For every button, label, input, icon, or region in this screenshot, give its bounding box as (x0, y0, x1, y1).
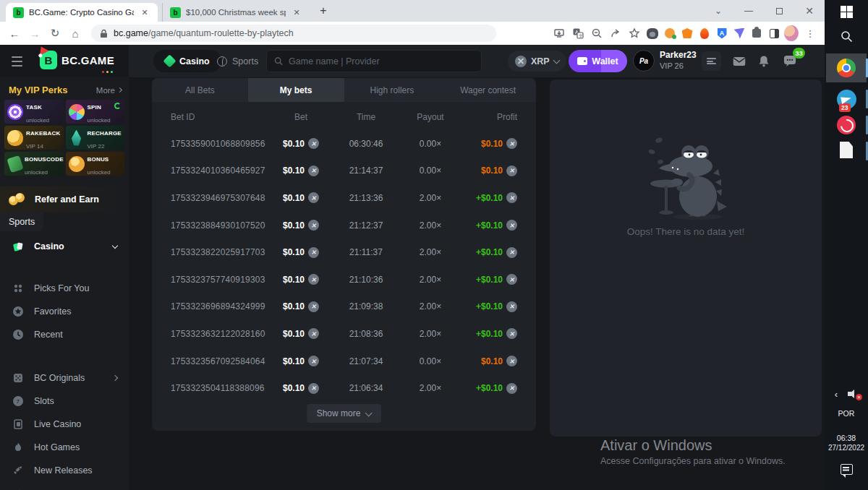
sidebar-item-picks-for-you[interactable]: Picks For You (0, 277, 129, 300)
browser-tab-active[interactable]: b BC.Game: Crypto Casino Games ✕ (6, 3, 158, 22)
table-row[interactable]: 1753323822025917703 $0.10 21:11:37 2.00×… (152, 238, 536, 266)
game-search[interactable] (266, 50, 482, 72)
extension-gorilla-icon[interactable] (645, 26, 660, 40)
browser-tab-inactive[interactable]: b $10,000 Christmas week special ✕ (162, 3, 310, 22)
hamburger-menu-icon[interactable] (9, 53, 26, 70)
extension-metamask-icon[interactable] (680, 26, 694, 40)
profile-avatar[interactable] (784, 26, 799, 40)
perk-card-recharge[interactable]: RECHARGEVIP 22 (66, 126, 125, 150)
extension-shield-icon[interactable]: A (715, 26, 729, 40)
sidebar-item-slots[interactable]: 7 Slots (0, 390, 129, 413)
bet-payout: 2.00× (402, 247, 459, 257)
table-row[interactable]: 1753323632122028160 $0.10 21:08:36 2.00×… (152, 320, 536, 348)
refer-and-earn[interactable]: Refer and Earn (0, 186, 129, 212)
watermark-subtitle: Acesse Configurações para ativar o Windo… (600, 456, 786, 466)
perk-card-task[interactable]: TASKunlocked (4, 100, 64, 124)
share-icon[interactable] (608, 25, 624, 41)
sidebar-item-high-volatility[interactable]: High Volatility (0, 482, 129, 490)
sidebar-item-new-releases[interactable]: New Releases (0, 459, 129, 482)
perk-card-bonuscode[interactable]: BONUSCODEunlocked (4, 152, 64, 176)
nav-casino-button[interactable]: Casino (153, 50, 221, 72)
extensions-puzzle-icon[interactable] (749, 26, 764, 40)
sidebar-item-casino[interactable]: Casino (0, 235, 129, 258)
currency-selector[interactable]: ✕ XRP (508, 51, 566, 72)
table-row[interactable]: 1753323567092584064 $0.10 21:07:34 0.00×… (152, 348, 536, 375)
install-icon[interactable] (551, 25, 567, 41)
forward-icon[interactable]: → (26, 25, 43, 42)
chevron-down-icon (553, 56, 560, 64)
bet-payout: 0.00× (402, 356, 459, 366)
sidebar-item-live-casino[interactable]: Live Casino (0, 413, 129, 436)
piggy-bank-icon (7, 130, 23, 146)
home-icon[interactable]: ⌂ (67, 25, 84, 42)
start-button[interactable] (825, 6, 868, 18)
tab-close-icon[interactable]: ✕ (291, 7, 302, 18)
table-row[interactable]: 1753324010360465927 $0.10 21:14:37 0.00×… (152, 158, 536, 185)
tab-all-bets[interactable]: All Bets (152, 78, 248, 102)
sidebar-menu: Casino Picks For You Favorites Recent (0, 235, 129, 490)
search-input[interactable] (289, 56, 474, 66)
wallet-button[interactable]: Wallet (569, 50, 627, 72)
sidebar-item-hot-games[interactable]: Hot Games (0, 436, 129, 459)
browser-menu-icon[interactable]: ⋮ (801, 25, 819, 42)
language-indicator[interactable]: POR (825, 409, 868, 418)
new-tab-button[interactable]: + (314, 1, 333, 20)
minimize-button[interactable]: — (733, 0, 764, 22)
table-row[interactable]: 1753323757740919303 $0.10 21:10:36 2.00×… (152, 266, 536, 293)
vip-perks-more-link[interactable]: More (96, 86, 122, 95)
site-logo[interactable]: B BC.GAME (40, 51, 114, 69)
table-row[interactable]: 1753359001068809856 $0.10 06:30:46 0.00×… (152, 130, 536, 158)
messages-button[interactable] (729, 51, 749, 71)
taskbar-telegram-button[interactable]: 23 (825, 90, 868, 109)
clock-date[interactable]: 27/12/2022 (825, 444, 868, 452)
notifications-button[interactable] (754, 51, 773, 71)
extension-flame-icon[interactable] (697, 26, 712, 40)
nav-sports-button[interactable]: Sports (217, 50, 258, 72)
taskbar-search-button[interactable] (825, 30, 868, 43)
chat-button[interactable]: 33 (780, 51, 799, 71)
extension-arrow-icon[interactable] (732, 26, 746, 40)
tab-wager-contest[interactable]: Wager contest (440, 78, 536, 102)
table-row[interactable]: 1753323696894324999 $0.10 21:09:38 2.00×… (152, 293, 536, 321)
clock-time[interactable]: 06:38 (825, 434, 868, 442)
back-icon[interactable]: ← (6, 25, 23, 42)
tab-search-icon[interactable]: ⌄ (703, 0, 733, 22)
tab-my-bets[interactable]: My bets (248, 78, 344, 102)
perk-card-rakeback[interactable]: RAKEBACKVIP 14 (4, 126, 64, 150)
show-more-button[interactable]: Show more (307, 404, 382, 423)
bookmark-star-icon[interactable] (626, 25, 642, 41)
reload-icon[interactable]: ↻ (46, 25, 64, 42)
sidebar-item-favorites[interactable]: Favorites (0, 300, 129, 323)
taskbar-red-app-button[interactable] (825, 116, 868, 134)
bet-payout: 2.00× (402, 193, 459, 203)
tab-high-rollers[interactable]: High rollers (344, 78, 441, 102)
translate-icon[interactable]: A文 (570, 25, 586, 41)
casino-cards-icon (12, 241, 24, 253)
tab-close-icon[interactable]: ✕ (139, 7, 150, 18)
user-meta[interactable]: Parker23 VIP 26 (660, 50, 697, 70)
red-app-icon (837, 116, 856, 134)
table-row[interactable]: 1753323946975307648 $0.10 21:13:36 2.00×… (152, 184, 536, 212)
bet-payout: 0.00× (402, 166, 459, 176)
taskbar-notepad-button[interactable] (825, 142, 868, 158)
sidebar-item-bc-originals[interactable]: BC Originals (0, 366, 129, 390)
perk-card-bonus[interactable]: BONUSunlocked (66, 152, 125, 176)
table-row[interactable]: 1753323504118388096 $0.10 21:06:34 2.00×… (152, 374, 536, 402)
taskbar-chrome-button[interactable] (826, 53, 867, 82)
restore-button[interactable] (764, 0, 794, 22)
crocodile-illustration (631, 130, 740, 220)
bet-slip-button[interactable] (702, 51, 721, 71)
address-bar[interactable]: bc.game/game/quantum-roulette-by-playtec… (91, 25, 496, 42)
zoom-out-icon[interactable] (589, 25, 605, 41)
sidebar-sports-tab[interactable]: Sports (0, 212, 43, 231)
user-avatar[interactable]: Pa (633, 50, 655, 72)
perk-card-spin[interactable]: SPINunlocked (66, 100, 125, 124)
action-center-button[interactable] (825, 464, 868, 475)
bet-profit: $0.10 (481, 356, 503, 366)
volume-button[interactable]: ✕ (832, 389, 868, 399)
sidebar-item-recent[interactable]: Recent (0, 323, 129, 346)
extension-person-icon[interactable] (663, 26, 677, 40)
close-button[interactable]: ✕ (794, 0, 825, 22)
table-row[interactable]: 1753323884930107520 $0.10 21:12:37 2.00×… (152, 212, 536, 239)
reading-mode-icon[interactable] (767, 26, 781, 40)
